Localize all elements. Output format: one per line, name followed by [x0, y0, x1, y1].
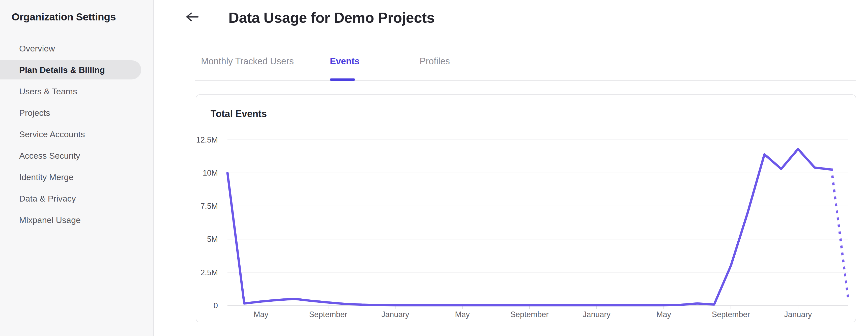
- tab-events[interactable]: Events: [330, 56, 360, 67]
- sidebar-item-identity-merge[interactable]: Identity Merge: [0, 167, 141, 187]
- total-events-line-chart: 12.5M10M7.5M5M2.5M0MaySeptemberJanuaryMa…: [196, 133, 856, 322]
- sidebar-item-plan-details-billing[interactable]: Plan Details & Billing: [0, 60, 141, 80]
- x-axis-label: September: [510, 310, 549, 319]
- x-axis-label: September: [712, 310, 750, 319]
- events-projection-dotted-series: [832, 170, 848, 300]
- x-axis-label: May: [254, 310, 269, 319]
- sidebar-item-projects[interactable]: Projects: [0, 103, 141, 122]
- y-axis-label: 2.5M: [200, 268, 218, 277]
- x-axis-label: September: [309, 310, 347, 319]
- sidebar-title: Organization Settings: [11, 11, 116, 23]
- sidebar-item-data-privacy[interactable]: Data & Privacy: [0, 189, 141, 208]
- sidebar-item-users-teams[interactable]: Users & Teams: [0, 82, 141, 101]
- active-tab-underline: [330, 79, 355, 81]
- chart-title: Total Events: [211, 109, 267, 119]
- x-axis-label: January: [784, 310, 812, 319]
- tab-monthly-tracked-users[interactable]: Monthly Tracked Users: [201, 56, 294, 67]
- tab-strip-border: [195, 80, 856, 81]
- sidebar-item-mixpanel-usage[interactable]: Mixpanel Usage: [0, 210, 141, 230]
- sidebar-item-overview[interactable]: Overview: [0, 39, 141, 58]
- total-events-card: Total Events 12.5M10M7.5M5M2.5M0MaySepte…: [196, 94, 856, 323]
- y-axis-label: 0: [214, 301, 218, 310]
- sidebar-item-access-security[interactable]: Access Security: [0, 146, 141, 165]
- tab-profiles[interactable]: Profiles: [420, 56, 450, 67]
- sidebar-item-service-accounts[interactable]: Service Accounts: [0, 125, 141, 144]
- x-axis-label: January: [381, 310, 409, 319]
- chart-svg: 12.5M10M7.5M5M2.5M0MaySeptemberJanuaryMa…: [196, 133, 856, 322]
- y-axis-label: 10M: [203, 169, 218, 177]
- gridlines: [227, 140, 848, 305]
- back-button[interactable]: [185, 11, 199, 22]
- sidebar: Organization Settings Overview Plan Deta…: [0, 0, 154, 336]
- organization-settings-page: Organization Settings Overview Plan Deta…: [0, 0, 868, 336]
- y-axis-label: 12.5M: [196, 135, 218, 144]
- x-axis-label: May: [656, 310, 671, 319]
- page-title: Data Usage for Demo Projects: [228, 9, 435, 26]
- events-line-series: [227, 149, 832, 305]
- y-axis-label: 7.5M: [200, 202, 218, 211]
- left-arrow-icon: [185, 19, 199, 23]
- x-axis-label: January: [583, 310, 611, 319]
- x-axis-label: May: [455, 310, 470, 319]
- y-axis-label: 5M: [207, 235, 218, 244]
